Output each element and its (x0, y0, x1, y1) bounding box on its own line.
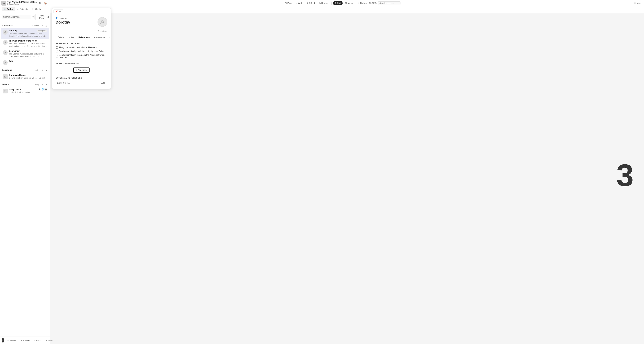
entry-dorothy[interactable]: Dorothy Protagonist Dorothy is brave, ki… (1, 28, 49, 38)
export-footer-label: Export (36, 339, 41, 342)
details-tab-label: Details (58, 36, 64, 38)
view-label: View (637, 2, 641, 4)
add-url-btn[interactable]: Add (99, 81, 107, 85)
top-navigation: WZ The Wonderful Wizard of Oz... L. Fran… (0, 0, 644, 6)
checkbox-auto-include-input[interactable] (56, 55, 58, 57)
matrix-nav-btn[interactable]: ▦ Matrix (343, 1, 355, 5)
entry-story-genre[interactable]: Story Genre 👁‍🗨 🌐 AI hardboiled science … (1, 87, 49, 95)
review-nav-btn[interactable]: ◎ Review (317, 1, 330, 5)
characters-actions: + ▲ (41, 24, 48, 27)
checkbox-auto-include[interactable]: Don't automatically include in the AI co… (56, 54, 107, 59)
entry-name-dorothy: Dorothy (9, 29, 17, 32)
locations-add-btn[interactable]: + (41, 68, 44, 72)
prompts-footer-btn[interactable]: ✦ Prompts (19, 339, 31, 342)
checkbox-track-name-input[interactable] (56, 50, 58, 52)
plan-nav-btn[interactable]: ⊞ Plan (283, 1, 293, 5)
write-label: Write (298, 2, 303, 4)
appearances-tab-label: Appearances (94, 36, 106, 38)
big-number: 3 (616, 157, 634, 193)
entry-scarecrow[interactable]: Scarecrow The Scarecrow is introduced as… (1, 49, 49, 59)
prompts-icon: ✦ (20, 339, 22, 342)
view-btn[interactable]: 👁 View (632, 1, 642, 5)
others-collapse-btn[interactable]: ▲ (44, 83, 48, 86)
app-header: WZ The Wonderful Wizard of Oz... L. Fran… (2, 1, 51, 5)
entry-avatar-good-witch (3, 40, 8, 45)
collapse-sidebar-btn[interactable]: ⟨ (49, 1, 51, 5)
sidebar-content: Characters 4 entries + ▲ Dorothy Protago… (0, 22, 50, 337)
settings-icon-btn[interactable]: ⚙ (38, 1, 42, 5)
grid-icon: ⊞ (285, 2, 287, 4)
plan-label: Plan (287, 2, 292, 4)
user-avatar (2, 338, 4, 343)
panel-category-label: Character (59, 17, 67, 19)
checkbox-track-name[interactable]: Don't automatically track this entry by … (56, 50, 107, 52)
checkbox-ai-context[interactable]: Always include this entry in the AI cont… (56, 46, 107, 49)
characters-collapse-btn[interactable]: ▲ (44, 24, 48, 27)
locations-section-header: Locations 1 entry + ▲ (0, 68, 50, 72)
characters-add-btn[interactable]: + (41, 24, 44, 27)
new-entry-btn[interactable]: + New Entry (36, 14, 46, 20)
entry-desc-dorothys-house: Quaint, southern american vibes, blue ro… (9, 77, 47, 79)
entry-body-toto: Toto (9, 60, 47, 62)
home-icon-btn[interactable]: 🏠 (43, 1, 48, 5)
entry-toto[interactable]: Toto (1, 59, 49, 66)
outline-nav-btn[interactable]: ☰ Outline (356, 1, 368, 5)
panel-tab-references[interactable]: References (76, 35, 92, 40)
panel-tab-appearances[interactable]: Appearances (92, 35, 108, 40)
settings-footer-icon: ⚙ (7, 339, 9, 342)
tab-snippets[interactable]: ✂ Snippets (16, 7, 30, 11)
chat-bubble-icon: 💬 (32, 8, 34, 10)
pin-btn[interactable]: 📌 Pin (54, 9, 63, 13)
outline-icon: ☰ (358, 2, 360, 4)
entry-body-good-witch: The Good Witch of the North The Good Wit… (9, 40, 47, 48)
main-content: Act 1 3 📌 Pin 👤 Character ▾ (50, 6, 644, 344)
review-icon: ◎ (319, 2, 320, 4)
sidebar-tabs: 📖 Codex ✂ Snippets 💬 Chats (0, 6, 50, 12)
write-nav-btn[interactable]: ✏ Write (294, 1, 305, 5)
panel-content: 👤 Character ▾ Dorothy 0 mentions (52, 14, 111, 89)
snippets-tab-label: Snippets (20, 8, 28, 10)
entry-dorothys-house[interactable]: Dorothy's House Quaint, southern america… (1, 73, 49, 80)
entry-name-good-witch: The Good Witch of the North (9, 40, 37, 42)
entry-body-dorothy: Dorothy Protagonist Dorothy is brave, ki… (9, 29, 47, 37)
filter-entries-btn[interactable]: ▼ (32, 15, 34, 19)
ai-badge: AI (44, 88, 47, 90)
matrix-icon: ▦ (345, 2, 347, 4)
checkbox-ai-context-input[interactable] (56, 46, 58, 49)
settings-footer-label: Settings (9, 339, 16, 342)
search-scenes-input[interactable] (378, 1, 400, 5)
locations-count: 1 entry (34, 69, 39, 71)
external-references-label: EXTERNAL REFERENCES (56, 77, 107, 79)
locations-section-title: Locations (2, 69, 34, 71)
panel-tab-more-btn[interactable]: ⋯ (109, 35, 112, 40)
search-entries-input[interactable] (2, 15, 31, 19)
chats-tab-label: Chats (35, 8, 40, 10)
nested-references-section: NESTED REFERENCES ✦ + Add Entry (56, 62, 107, 74)
app-title: The Wonderful Wizard of Oz... (7, 1, 37, 3)
tab-chats[interactable]: 💬 Chats (30, 7, 42, 11)
outline-label: Outline (360, 2, 367, 4)
story-genre-icons: 👁‍🗨 🌐 AI (39, 88, 47, 90)
settings-footer-btn[interactable]: ⚙ Settings (6, 339, 18, 342)
url-input[interactable] (56, 81, 98, 85)
export-footer-btn[interactable]: ↑ Export (32, 339, 42, 342)
locations-actions: + ▲ (41, 68, 48, 72)
url-row: Add (56, 81, 107, 85)
panel-tab-notes[interactable]: Notes (66, 35, 76, 40)
entry-good-witch[interactable]: The Good Witch of the North The Good Wit… (1, 38, 49, 49)
eye-icon: 👁 (634, 2, 636, 4)
chat-nav-btn[interactable]: 💬 Chat (305, 1, 316, 5)
others-section-title: Others (2, 83, 34, 86)
others-add-btn[interactable]: + (41, 83, 44, 86)
others-section-header: Others 1 entry + ▲ (0, 82, 50, 87)
panel-tab-details[interactable]: Details (56, 35, 66, 40)
sidebar-footer: ⚙ Settings ✦ Prompts ↑ Export ☁ Saved (0, 337, 50, 344)
book-icon: 📖 (4, 8, 6, 10)
add-nested-entry-btn[interactable]: + Add Entry (73, 67, 90, 73)
sidebar-settings-btn[interactable]: ⚙ (47, 15, 49, 19)
grid-nav-btn[interactable]: ⊞ Grid (333, 1, 343, 5)
locations-collapse-btn[interactable]: ▲ (44, 68, 48, 72)
main-layout: 📖 Codex ✂ Snippets 💬 Chats ▼ + New Entry… (0, 6, 644, 344)
tab-codex[interactable]: 📖 Codex (2, 7, 15, 11)
checkbox-track-name-label: Don't automatically track this entry by … (59, 50, 104, 52)
